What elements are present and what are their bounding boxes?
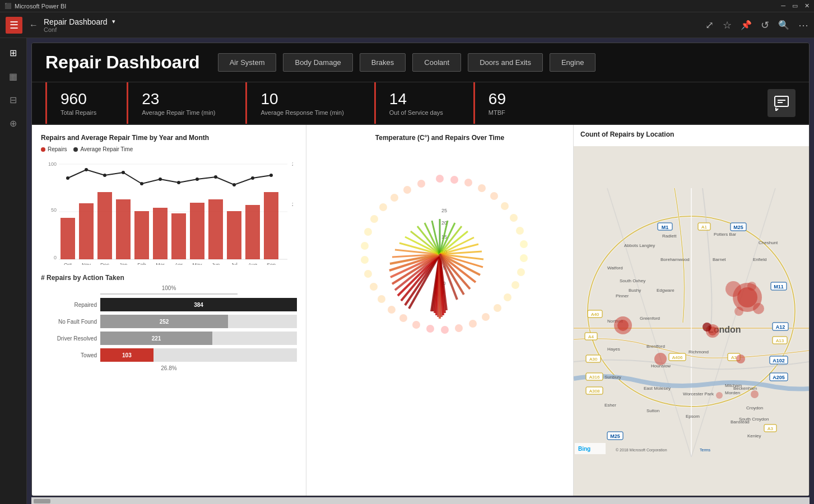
bar-aug[interactable] [245, 205, 260, 259]
expand-icon[interactable]: ⤢ [705, 19, 714, 31]
bar-jul[interactable] [227, 211, 241, 259]
svg-text:A308: A308 [589, 389, 600, 394]
svg-text:Jul: Jul [231, 262, 238, 265]
svg-point-54 [370, 283, 378, 291]
action-track-repaired: 384 [100, 298, 297, 311]
svg-point-52 [388, 306, 396, 314]
action-track-line [100, 293, 238, 295]
svg-point-60 [379, 203, 387, 211]
svg-point-43 [504, 293, 511, 301]
sidebar-table-icon[interactable]: ⊟ [4, 91, 22, 109]
line-dot [251, 176, 254, 180]
svg-point-31 [436, 175, 444, 183]
stat-avg-response-label: Average Response Time (min) [261, 109, 343, 116]
action-label-driver: Driver Resolved [41, 335, 97, 342]
map-title-container: Count of Repairs by Location [574, 125, 809, 146]
svg-text:Terms: Terms [700, 448, 711, 452]
svg-point-61 [390, 194, 398, 202]
action-fill-driver: 221 [100, 332, 212, 345]
map-container[interactable]: Abbots Langley Radlett Potters Bar Chesh… [574, 146, 809, 496]
svg-text:Sutton: Sutton [646, 408, 659, 413]
svg-text:Barnet: Barnet [713, 257, 726, 262]
svg-text:Feb: Feb [137, 262, 146, 265]
svg-point-183 [734, 307, 743, 316]
bar-dec[interactable] [97, 192, 112, 259]
line-dot [159, 178, 162, 181]
svg-text:Dec: Dec [100, 262, 110, 265]
svg-text:A316: A316 [589, 375, 600, 380]
restore-btn[interactable]: ▭ [792, 2, 798, 10]
sidebar-layers-icon[interactable]: ⊕ [4, 114, 22, 132]
search-icon[interactable]: 🔍 [778, 20, 789, 30]
tab-doors-exits[interactable]: Doors and Exits [468, 53, 543, 72]
bar-mar[interactable] [153, 208, 168, 259]
stat-total-label: Total Repairs [61, 109, 96, 116]
tab-body-damage[interactable]: Body Damage [283, 53, 352, 72]
svg-text:May: May [192, 262, 202, 265]
app-layout: ⊞ ▦ ⊟ ⊕ Repair Dashboard Air System Body… [0, 38, 814, 504]
svg-point-62 [403, 186, 411, 194]
svg-point-186 [617, 320, 629, 331]
svg-text:Jan: Jan [119, 262, 128, 265]
refresh-icon[interactable]: ↺ [761, 19, 769, 31]
bar-jun[interactable] [208, 199, 223, 259]
tab-engine[interactable]: Engine [550, 53, 596, 72]
svg-text:Brentford: Brentford [646, 344, 665, 349]
tab-coolant[interactable]: Coolant [412, 53, 461, 72]
scroll-thumb[interactable] [34, 499, 50, 503]
svg-text:South Oxhey: South Oxhey [620, 278, 645, 283]
top-nav: ☰ ← Repair Dashboard ▾ Conf ⤢ ☆ 📌 ↺ 🔍 ⋯ [0, 12, 814, 38]
bar-sep[interactable] [264, 192, 278, 259]
chat-icon-box[interactable] [768, 89, 796, 117]
close-btn[interactable]: ✕ [804, 2, 810, 10]
line-dot [122, 171, 125, 174]
dashboard-card: Repair Dashboard Air System Body Damage … [31, 43, 810, 496]
svg-text:Croydon: Croydon [746, 405, 763, 410]
action-top-pct: 100% [41, 285, 297, 291]
svg-point-182 [753, 303, 764, 314]
svg-point-36 [501, 202, 509, 210]
nav-dropdown-arrow[interactable]: ▾ [112, 18, 115, 25]
pin-icon[interactable]: 📌 [741, 20, 752, 30]
tab-brakes[interactable]: Brakes [360, 53, 406, 72]
svg-text:A3: A3 [768, 426, 773, 431]
svg-point-47 [455, 324, 463, 332]
sidebar-home-icon[interactable]: ⊞ [4, 44, 22, 62]
bar-jan[interactable] [116, 199, 131, 259]
svg-point-191 [736, 354, 745, 363]
svg-text:Richmond: Richmond [689, 349, 709, 354]
action-bar-repaired: Repaired 384 [41, 298, 297, 311]
main-content: Repair Dashboard Air System Body Damage … [27, 38, 814, 504]
action-fill-nofault: 252 [100, 315, 228, 328]
back-button[interactable]: ← [29, 20, 38, 30]
bar-feb[interactable] [134, 211, 149, 259]
svg-text:M11: M11 [774, 284, 784, 290]
minimize-btn[interactable]: ─ [781, 2, 785, 10]
svg-point-35 [490, 192, 498, 200]
svg-point-63 [417, 180, 425, 188]
action-bar-driver: Driver Resolved 221 [41, 332, 297, 345]
stat-mtbf: 69 MTBF [473, 82, 519, 124]
legend-avg-label: Average Repair Time [80, 146, 133, 152]
tab-air-system[interactable]: Air System [218, 53, 277, 72]
bar-may[interactable] [190, 203, 204, 259]
sidebar-barchart-icon[interactable]: ▦ [4, 67, 22, 85]
bar-apr[interactable] [171, 213, 186, 259]
stat-total-repairs: 960 Total Repairs [45, 82, 110, 124]
action-bar-towed: Towed 103 [41, 348, 297, 362]
bar-oct[interactable] [61, 218, 75, 259]
legend-repairs-dot [41, 147, 45, 152]
svg-text:25: 25 [441, 208, 447, 213]
bar-nov[interactable] [79, 203, 94, 259]
svg-text:50: 50 [51, 207, 57, 213]
legend-repairs: Repairs [41, 146, 67, 152]
svg-text:© 2018 Microsoft Corporation: © 2018 Microsoft Corporation [616, 448, 667, 452]
svg-text:Enfield: Enfield [753, 257, 766, 262]
svg-text:Aug: Aug [248, 262, 257, 265]
more-icon[interactable]: ⋯ [798, 19, 808, 31]
bookmark-icon[interactable]: ☆ [723, 19, 732, 31]
svg-point-48 [441, 326, 449, 334]
svg-point-37 [510, 214, 518, 222]
hamburger-button[interactable]: ☰ [6, 17, 22, 34]
scrollbar[interactable] [31, 497, 810, 504]
